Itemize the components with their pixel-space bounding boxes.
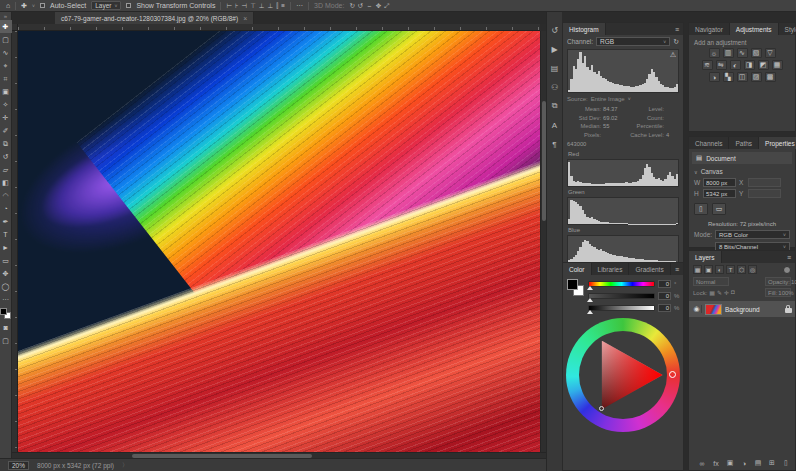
saturation-slider-thumb[interactable] [587, 298, 593, 302]
brush-tool[interactable]: ✐ [0, 124, 12, 137]
zoom-tool[interactable]: ◯ [0, 280, 12, 293]
paragraph-icon[interactable]: ¶ [548, 138, 561, 150]
move-tool[interactable]: ✚ [0, 20, 12, 33]
photo-filter-icon[interactable]: ◨ [744, 60, 755, 70]
foreground-color-swatch[interactable] [567, 279, 578, 290]
panel-menu-icon[interactable]: ≡ [671, 23, 683, 35]
refresh-histogram-icon[interactable]: ↻ [673, 38, 679, 46]
path-selection-tool[interactable]: ► [0, 241, 12, 254]
channel-dropdown[interactable]: RGB ˅ [596, 37, 670, 46]
layer-mask-icon[interactable]: ▣ [725, 459, 735, 467]
type-tool[interactable]: T [0, 228, 12, 241]
blur-tool[interactable]: ◠ [0, 189, 12, 202]
opacity-field[interactable]: Opacity: 100% [765, 277, 791, 286]
eyedropper-tool[interactable]: ✧ [0, 98, 12, 111]
document-tab[interactable]: c67-79-gamer-and-creator-1280307384.jpg … [55, 12, 254, 24]
home-icon[interactable]: ⌂ [6, 2, 10, 9]
filter-toggle[interactable] [783, 266, 791, 274]
triangle-marker[interactable] [599, 406, 604, 411]
object-selection-tool[interactable]: ⌖ [0, 59, 12, 72]
new-group-icon[interactable]: ▤ [753, 459, 763, 467]
show-transform-checkbox[interactable] [126, 3, 131, 8]
align-left-icon[interactable]: ⊢ [226, 2, 232, 10]
color-swatches[interactable] [567, 279, 584, 296]
color-lookup-icon[interactable]: ▦ [772, 60, 783, 70]
history-icon[interactable]: ↺ [548, 24, 561, 36]
hue-slider-value[interactable]: 0 [658, 280, 671, 288]
link-layers-icon[interactable]: ∞ [697, 460, 707, 467]
landscape-button[interactable]: ▭ [712, 203, 726, 215]
canvas-section-header[interactable]: ∨ Canvas [689, 164, 795, 177]
lock-transparent-icon[interactable]: ▦ [709, 289, 715, 296]
delete-layer-icon[interactable]: ▯ [781, 459, 791, 467]
lock-position-icon[interactable]: ✛ [724, 289, 729, 296]
distribute-v-icon[interactable]: ≡ [281, 2, 285, 10]
filter-type-icon[interactable]: T [726, 265, 735, 274]
eraser-tool[interactable]: ▱ [0, 163, 12, 176]
tab-histogram[interactable]: Histogram [563, 23, 606, 35]
align-center-v-icon[interactable]: ⊥ [259, 2, 265, 10]
dodge-tool[interactable]: ◔ [0, 202, 12, 215]
actions-icon[interactable]: ▶ [548, 43, 561, 55]
vibrance-icon[interactable]: ▽ [765, 48, 776, 58]
hue-slider-thumb[interactable] [587, 286, 593, 290]
tab-libraries[interactable]: Libraries [592, 263, 630, 275]
color-wheel[interactable] [566, 318, 680, 432]
tab-properties[interactable]: Properties [759, 137, 796, 149]
new-adjustment-icon[interactable]: ◑ [739, 460, 749, 467]
source-value-dropdown[interactable]: Entire Image [591, 96, 625, 102]
gradient-tool[interactable]: ◧ [0, 176, 12, 189]
info-icon[interactable]: ▤ [548, 62, 561, 74]
marquee-tool[interactable]: ▢ [0, 33, 12, 46]
uncached-warning-icon[interactable]: ⚠ [670, 51, 676, 59]
lock-icon[interactable] [785, 305, 792, 313]
invert-icon[interactable]: ◑ [709, 72, 720, 82]
status-chevron-icon[interactable]: 〉 [122, 461, 128, 470]
threshold-icon[interactable]: ◫ [737, 72, 748, 82]
filter-kind-icon[interactable]: ▦ [693, 265, 702, 274]
align-right-icon[interactable]: ⊣ [241, 2, 247, 10]
tab-adjustments[interactable]: Adjustments [730, 23, 779, 35]
saturation-slider[interactable] [588, 293, 655, 299]
close-icon[interactable]: × [243, 15, 247, 22]
height-field[interactable]: 5342 px [703, 189, 736, 198]
width-field[interactable]: 8000 px [703, 178, 736, 187]
gradient-map-icon[interactable]: ▨ [751, 72, 762, 82]
new-layer-icon[interactable]: ⊞ [767, 459, 777, 467]
tab-gradients[interactable]: Gradients [629, 263, 670, 275]
lock-pixels-icon[interactable]: ✎ [717, 289, 722, 296]
filter-shape-icon[interactable]: ⬡ [737, 265, 746, 274]
black-white-icon[interactable]: ◐ [730, 60, 741, 70]
brightness-slider-thumb[interactable] [587, 310, 593, 314]
character-icon[interactable]: A [548, 119, 561, 131]
history-brush-tool[interactable]: ↺ [0, 150, 12, 163]
tab-channels[interactable]: Channels [689, 137, 729, 149]
layer-thumbnail[interactable] [705, 304, 722, 315]
tab-layers[interactable]: Layers [689, 251, 722, 263]
crop-tool[interactable]: ⌗ [0, 72, 12, 85]
distribute-h-icon[interactable]: ⫿ [276, 2, 278, 10]
hue-ring-marker[interactable] [669, 371, 676, 378]
brightness-contrast-icon[interactable]: ☼ [709, 48, 720, 58]
blend-mode-dropdown[interactable]: Normal [693, 277, 729, 286]
pen-tool[interactable]: ✒ [0, 215, 12, 228]
edit-toolbar[interactable]: ⋯ [0, 293, 12, 306]
posterize-icon[interactable]: ▚ [723, 72, 734, 82]
filter-adjustment-icon[interactable]: ◐ [715, 265, 724, 274]
lock-all-icon[interactable]: ◘ [731, 289, 735, 296]
tool-preset-chevron-icon[interactable]: ˅ [32, 3, 35, 9]
healing-brush-tool[interactable]: ✛ [0, 111, 12, 124]
brightness-slider[interactable] [588, 305, 655, 311]
screen-mode-button[interactable]: ▢ [0, 334, 12, 347]
hue-slider[interactable] [588, 281, 655, 287]
exposure-icon[interactable]: ▧ [751, 48, 762, 58]
saturation-slider-value[interactable]: 0 [658, 292, 671, 300]
hue-saturation-icon[interactable]: ≋ [702, 60, 713, 70]
document-row[interactable]: ▤ Document [692, 152, 792, 164]
hand-tool[interactable]: ✥ [0, 267, 12, 280]
filter-smart-icon[interactable]: ◎ [748, 265, 757, 274]
foreground-color-swatch[interactable] [0, 308, 7, 315]
color-swatches[interactable] [0, 308, 11, 319]
clone-source-icon[interactable]: ⧉ [548, 100, 561, 112]
fill-field[interactable]: Fill: 100% [765, 288, 791, 297]
